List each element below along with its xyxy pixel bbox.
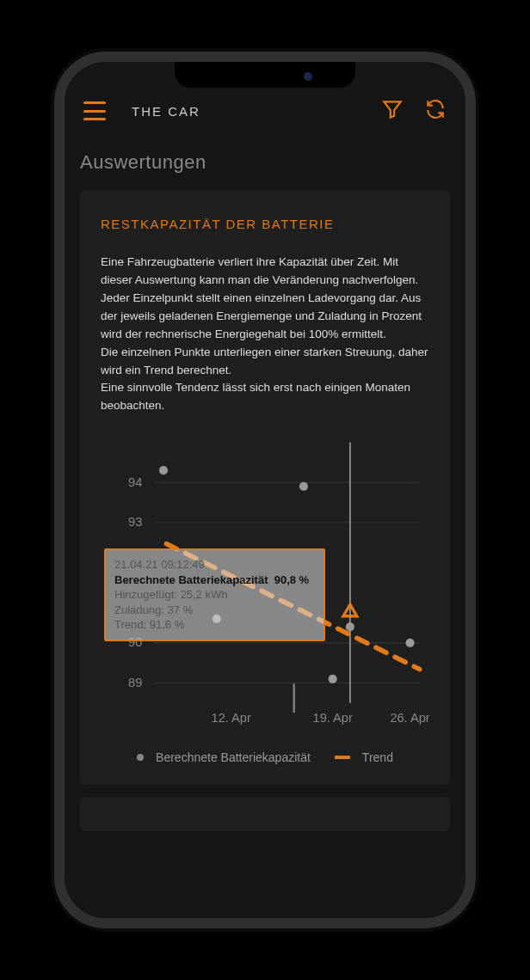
app-title: THE CAR [132, 104, 200, 119]
refresh-icon[interactable] [424, 98, 447, 124]
page-content: Auswertungen RESTKAPAZITÄT DER BATTERIE … [65, 134, 465, 831]
legend-line-icon [335, 756, 350, 759]
legend-series-2: Trend [362, 750, 393, 764]
svg-text:26. Apr: 26. Apr [390, 712, 429, 726]
next-card-placeholder [80, 797, 450, 831]
tooltip-trend: Trend: 91,6 % [114, 617, 315, 633]
svg-text:89: 89 [128, 676, 142, 689]
svg-point-16 [346, 622, 354, 631]
phone-notch [175, 62, 355, 88]
legend-series-1: Berechnete Batteriekapazität [156, 750, 311, 764]
svg-point-12 [159, 466, 168, 475]
svg-text:94: 94 [128, 475, 142, 489]
svg-text:19. Apr: 19. Apr [313, 712, 353, 726]
svg-point-15 [329, 675, 337, 683]
tooltip-timestamp: 21.04.21 09:12:49 [114, 557, 315, 573]
app-screen: THE CAR Auswertungen RESTKAPAZITÄT DER B… [65, 62, 465, 918]
card-description: Eine Fahrzeugbatterie verliert ihre Kapa… [101, 254, 429, 415]
filter-icon[interactable] [381, 98, 404, 124]
capacity-chart[interactable]: 89909394 12. Apr19. Apr26. Apr [101, 432, 429, 742]
legend-dot-icon [137, 754, 144, 761]
svg-text:12. Apr: 12. Apr [212, 712, 251, 726]
menu-icon[interactable] [83, 101, 106, 120]
chart-legend: Berechnete Batteriekapazität Trend [101, 750, 429, 764]
svg-point-14 [299, 482, 308, 491]
card-title: RESTKAPAZITÄT DER BATTERIE [101, 217, 429, 231]
top-bar: THE CAR [65, 88, 465, 134]
tooltip-load: Zuladung: 37 % [114, 603, 315, 618]
svg-point-17 [405, 639, 414, 647]
tooltip-main: Berechnete Batteriekapazität 90,8 % [114, 573, 315, 588]
page-title: Auswertungen [80, 151, 450, 174]
phone-frame: THE CAR Auswertungen RESTKAPAZITÄT DER B… [54, 52, 476, 928]
chart-tooltip: 21.04.21 09:12:49 Berechnete Batteriekap… [104, 548, 325, 641]
battery-capacity-card: RESTKAPAZITÄT DER BATTERIE Eine Fahrzeug… [80, 191, 450, 785]
svg-text:93: 93 [128, 516, 142, 530]
tooltip-added: Hinzugefügt: 25,2 kWh [114, 587, 315, 603]
